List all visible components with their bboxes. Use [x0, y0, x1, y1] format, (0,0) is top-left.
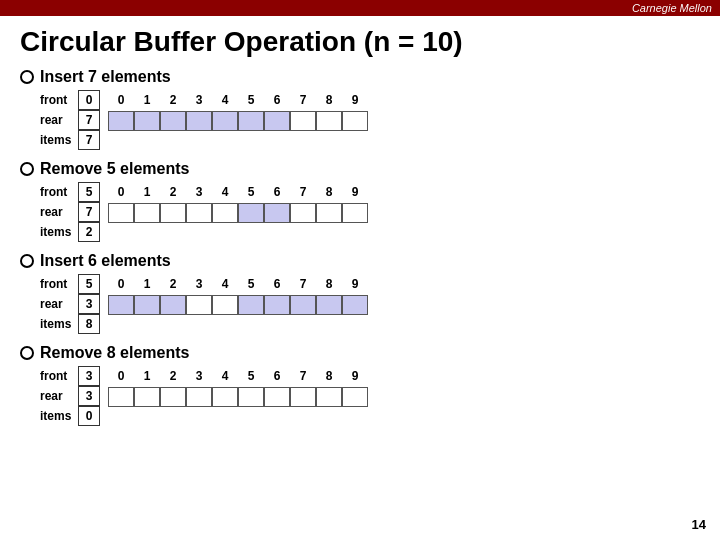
- section-title: Insert 6 elements: [40, 252, 171, 270]
- section-header-3: Insert 6 elements: [20, 252, 700, 270]
- buffer-cell: [238, 203, 264, 223]
- rear-value: 7: [78, 110, 100, 130]
- index-cell: 7: [290, 90, 316, 110]
- index-cell: 3: [186, 90, 212, 110]
- buffer-cell: [160, 295, 186, 315]
- buffer-cell: [290, 111, 316, 131]
- index-cell: 6: [264, 182, 290, 202]
- buffer-cell: [238, 111, 264, 131]
- buffer-cell: [342, 203, 368, 223]
- index-cell: 5: [238, 90, 264, 110]
- buffer-cell: [316, 295, 342, 315]
- buffer-cell: [186, 203, 212, 223]
- labels-column: front3rear3items0: [40, 366, 108, 426]
- rear-value: 7: [78, 202, 100, 222]
- buffer-cell: [160, 387, 186, 407]
- buffer-cell: [134, 295, 160, 315]
- index-cell: 0: [108, 366, 134, 386]
- page-title: Circular Buffer Operation (n = 10): [20, 26, 700, 58]
- buffer-cell: [212, 387, 238, 407]
- rear-label: rear: [40, 294, 76, 314]
- sections-container: Insert 7 elementsfront0rear7items7012345…: [20, 68, 700, 426]
- front-value: 5: [78, 274, 100, 294]
- index-cell: 5: [238, 182, 264, 202]
- buffer-area: front5rear3items80123456789: [40, 274, 700, 334]
- cells-row: [108, 387, 368, 407]
- buffer-area: front5rear7items20123456789: [40, 182, 700, 242]
- buffer-grid: 0123456789: [108, 182, 368, 223]
- index-cell: 8: [316, 90, 342, 110]
- cells-row: [108, 111, 368, 131]
- front-label: front: [40, 182, 76, 202]
- bullet-icon: [20, 70, 34, 84]
- buffer-cell: [316, 387, 342, 407]
- buffer-cell: [186, 295, 212, 315]
- index-cell: 1: [134, 366, 160, 386]
- buffer-cell: [186, 387, 212, 407]
- buffer-cell: [134, 111, 160, 131]
- index-cell: 8: [316, 366, 342, 386]
- buffer-cell: [316, 111, 342, 131]
- buffer-grid: 0123456789: [108, 366, 368, 407]
- buffer-cell: [264, 387, 290, 407]
- bullet-icon: [20, 346, 34, 360]
- buffer-cell: [160, 111, 186, 131]
- items-value: 8: [78, 314, 100, 334]
- index-cell: 3: [186, 274, 212, 294]
- index-cell: 9: [342, 182, 368, 202]
- buffer-cell: [212, 295, 238, 315]
- buffer-grid: 0123456789: [108, 274, 368, 315]
- buffer-cell: [134, 387, 160, 407]
- buffer-cell: [290, 387, 316, 407]
- rear-label: rear: [40, 110, 76, 130]
- items-value: 0: [78, 406, 100, 426]
- index-cell: 8: [316, 274, 342, 294]
- section-2: Remove 5 elementsfront5rear7items2012345…: [20, 160, 700, 242]
- buffer-cell: [238, 387, 264, 407]
- buffer-cell: [290, 203, 316, 223]
- front-value: 3: [78, 366, 100, 386]
- items-label: items: [40, 130, 76, 150]
- section-1: Insert 7 elementsfront0rear7items7012345…: [20, 68, 700, 150]
- section-header-4: Remove 8 elements: [20, 344, 700, 362]
- buffer-cell: [264, 111, 290, 131]
- items-value: 7: [78, 130, 100, 150]
- items-value: 2: [78, 222, 100, 242]
- index-cell: 9: [342, 274, 368, 294]
- index-cell: 4: [212, 274, 238, 294]
- section-4: Remove 8 elementsfront3rear3items0012345…: [20, 344, 700, 426]
- labels-column: front5rear3items8: [40, 274, 108, 334]
- index-cell: 2: [160, 274, 186, 294]
- section-header-2: Remove 5 elements: [20, 160, 700, 178]
- rear-label: rear: [40, 386, 76, 406]
- cells-row: [108, 203, 368, 223]
- index-cell: 2: [160, 90, 186, 110]
- buffer-cell: [264, 203, 290, 223]
- index-cell: 4: [212, 182, 238, 202]
- top-bar: Carnegie Mellon: [0, 0, 720, 16]
- index-cell: 0: [108, 182, 134, 202]
- front-label: front: [40, 90, 76, 110]
- index-cell: 1: [134, 182, 160, 202]
- buffer-cell: [342, 387, 368, 407]
- index-cell: 4: [212, 366, 238, 386]
- index-cell: 3: [186, 182, 212, 202]
- index-row: 0123456789: [108, 366, 368, 386]
- bullet-icon: [20, 162, 34, 176]
- index-cell: 1: [134, 274, 160, 294]
- index-cell: 4: [212, 90, 238, 110]
- buffer-cell: [108, 203, 134, 223]
- buffer-cell: [212, 203, 238, 223]
- items-label: items: [40, 406, 76, 426]
- buffer-cell: [212, 111, 238, 131]
- labels-column: front5rear7items2: [40, 182, 108, 242]
- bullet-icon: [20, 254, 34, 268]
- front-label: front: [40, 274, 76, 294]
- index-cell: 1: [134, 90, 160, 110]
- labels-column: front0rear7items7: [40, 90, 108, 150]
- buffer-cell: [290, 295, 316, 315]
- index-cell: 7: [290, 274, 316, 294]
- buffer-cell: [342, 111, 368, 131]
- section-header-1: Insert 7 elements: [20, 68, 700, 86]
- rear-label: rear: [40, 202, 76, 222]
